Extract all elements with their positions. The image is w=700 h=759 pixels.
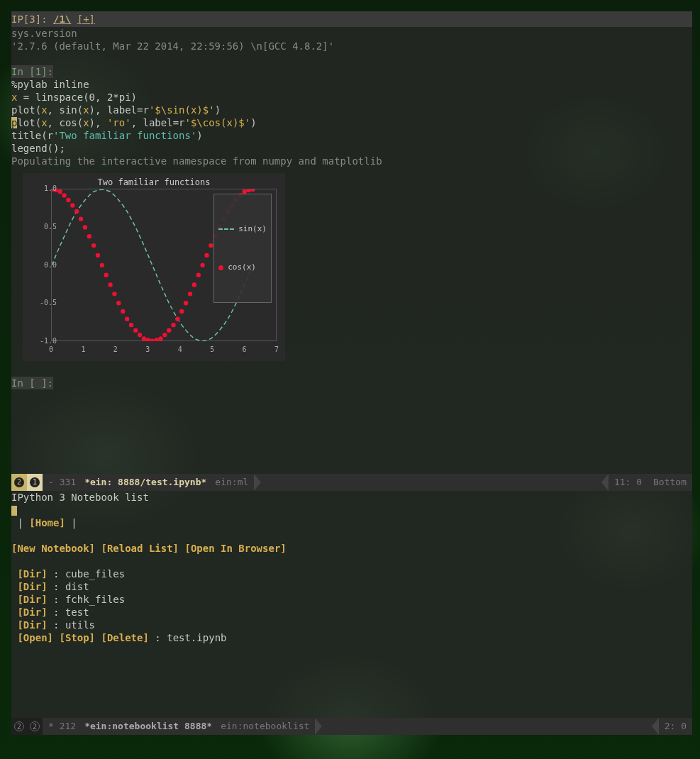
sep: ), <box>89 117 107 128</box>
fn-cos: , cos( <box>48 117 84 128</box>
dir-button[interactable]: [Dir] <box>17 568 47 580</box>
svg-point-34 <box>192 282 196 287</box>
str-ro: 'ro' <box>107 117 131 128</box>
var-x: x <box>41 104 47 116</box>
delete-button[interactable]: [Delete] <box>101 632 148 643</box>
major-mode: ein:notebooklist <box>215 718 315 735</box>
svg-point-11 <box>96 253 100 257</box>
svg-point-13 <box>104 273 109 277</box>
svg-point-47 <box>246 189 250 192</box>
svg-point-4 <box>66 198 70 202</box>
modeline-bottom: 2 2 * 212 *ein:notebooklist 8888* ein:no… <box>11 718 692 735</box>
reload-list-button[interactable]: [Reload List] <box>101 543 179 554</box>
svg-point-26 <box>158 336 162 340</box>
new-notebook-button[interactable]: [New Notebook] <box>11 543 95 554</box>
svg-point-10 <box>91 243 96 248</box>
fn-legend: legend(); <box>11 143 65 154</box>
cell1-header: In [1]: <box>11 65 53 78</box>
dir-name: utils <box>65 619 95 631</box>
notebook-content[interactable]: sys.version '2.7.6 (default, Mar 22 2014… <box>11 27 692 474</box>
in-label: In [1]: <box>11 66 53 77</box>
svg-point-20 <box>133 328 138 332</box>
svg-point-22 <box>142 336 146 340</box>
paren: ) <box>196 130 202 141</box>
svg-point-5 <box>70 203 74 207</box>
var-x: x <box>83 117 89 128</box>
modeline-modified: * 212 <box>43 718 82 735</box>
notebooklist-content[interactable]: IPython 3 Notebook list | [Home] | [New … <box>11 491 692 718</box>
cell2-header: In [ ]: <box>11 377 53 389</box>
kw-label: ), label=r <box>89 104 149 116</box>
notebook-pane: IP[3]: /1\ [+] sys.version '2.7.6 (defau… <box>11 11 692 491</box>
str-sin: '$\sin(x)$' <box>149 104 215 116</box>
triangle-icon <box>601 474 609 491</box>
svg-point-24 <box>150 338 155 340</box>
svg-point-48 <box>250 189 255 192</box>
svg-point-28 <box>167 328 171 332</box>
dir-button[interactable]: [Dir] <box>17 619 47 631</box>
svg-point-15 <box>112 292 116 296</box>
dir-button[interactable]: [Dir] <box>17 594 47 605</box>
fn-plot: plot( <box>11 104 41 116</box>
dir-name: cube_files <box>65 568 125 580</box>
paren: ) <box>215 104 221 116</box>
plot-area: sin(x) cos(x) <box>51 189 277 341</box>
svg-point-35 <box>196 273 201 277</box>
tab-active[interactable]: /1\ <box>53 13 71 25</box>
sep: , <box>95 92 107 103</box>
cursor <box>11 506 17 516</box>
file-name: test.ipynb <box>167 632 226 643</box>
modeline-modified: - 331 <box>43 474 82 491</box>
dir-name: dist <box>65 581 89 592</box>
str-cos: '$\cos(x)$' <box>184 117 250 128</box>
svg-point-33 <box>188 292 192 296</box>
op: *pi) <box>113 92 137 103</box>
fn-sin: , sin( <box>48 104 84 116</box>
dir-name: fchk_files <box>65 594 125 605</box>
svg-point-36 <box>200 263 204 267</box>
home-link[interactable]: [Home] <box>29 517 65 528</box>
svg-point-27 <box>162 333 167 337</box>
svg-point-16 <box>116 301 121 305</box>
code-l1: %pylab inline <box>11 79 89 90</box>
notebooklist-pane: IPython 3 Notebook list | [Home] | [New … <box>11 491 692 735</box>
plot-title: Two familiar functions <box>23 176 285 189</box>
badge-window-2: 2 <box>11 718 27 735</box>
tab-new[interactable]: [+] <box>77 13 95 25</box>
svg-point-7 <box>79 216 83 221</box>
svg-point-12 <box>100 263 104 267</box>
paren: ) <box>250 117 256 128</box>
modeline-top: 2 1 - 331 *ein: 8888/test.ipynb* ein:ml … <box>11 474 692 491</box>
plot-legend: sin(x) cos(x) <box>213 194 272 303</box>
stop-button[interactable]: [Stop] <box>59 632 95 643</box>
var-x: x <box>41 117 47 128</box>
dir-button[interactable]: [Dir] <box>17 606 47 618</box>
badge-window-2b: 2 <box>27 718 43 735</box>
tab-bar: IP[3]: /1\ [+] <box>11 11 692 27</box>
badge-window-2: 2 <box>11 474 27 491</box>
dir-name: test <box>65 606 89 618</box>
fn-plot: lot( <box>17 117 41 128</box>
scroll-location: Bottom <box>648 474 692 491</box>
cell1-output: Populating the interactive namespace fro… <box>11 155 382 167</box>
svg-point-21 <box>138 333 142 337</box>
svg-point-31 <box>179 309 184 314</box>
legend-dot-icon <box>218 265 223 270</box>
svg-point-25 <box>154 338 158 340</box>
open-button[interactable]: [Open] <box>17 632 53 643</box>
svg-point-9 <box>87 234 91 238</box>
cursor-position: 11: 0 <box>609 474 648 491</box>
svg-point-30 <box>175 316 179 321</box>
svg-point-23 <box>146 338 150 340</box>
open-in-browser-button[interactable]: [Open In Browser] <box>184 543 286 554</box>
notebooklist-title: IPython 3 Notebook list <box>11 492 149 503</box>
svg-point-3 <box>62 193 66 197</box>
num: 0 <box>89 92 95 103</box>
buffer-name: *ein:notebooklist 8888* <box>82 718 215 735</box>
dir-button[interactable]: [Dir] <box>17 581 47 592</box>
triangle-icon <box>315 718 322 735</box>
major-mode: ein:ml <box>209 474 254 491</box>
triangle-icon <box>254 474 261 491</box>
legend-line-icon <box>218 228 234 230</box>
code-line: sys.version <box>11 28 77 39</box>
